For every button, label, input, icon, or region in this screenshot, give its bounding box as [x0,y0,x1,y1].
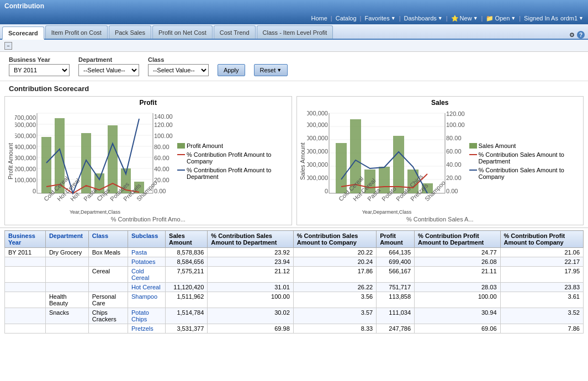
nav-new[interactable]: ⭐ New ▼ [451,15,478,22]
cell-pctSalesDept: 23.92 [208,248,293,257]
cell-class: Box Meals [88,248,128,257]
nav-favorites[interactable]: Favorites ▼ [364,15,395,22]
sales-chart-y2-label: % Contribution Sales A... [299,215,581,223]
business-year-filter: Business Year BY 2011 BY 2010 BY 2009 [9,56,70,76]
cell-pctSalesDept: 31.01 [208,283,293,292]
svg-text:600,000: 600,000 [15,121,36,128]
th-pct-sales-dept: % Contribution Sales Amount to Departmen… [208,231,293,248]
svg-text:200,000: 200,000 [15,166,36,172]
cell-pctSalesDept: 23.94 [208,257,293,267]
cell-profitAmt: 699,400 [377,257,415,267]
cell-pctSalesDept: 100.00 [208,292,293,308]
th-pct-profit-dept: % Contribution Profit Amount to Departme… [415,231,500,248]
svg-text:500,000: 500,000 [15,133,36,139]
chevron-down-icon: ▼ [391,15,396,21]
table-row: Health BeautyPersonal CareShampoo1,511,9… [5,292,584,308]
cell-year [5,292,46,308]
svg-text:40.00: 40.00 [446,161,462,168]
settings-icon[interactable]: ⚙ [569,31,575,39]
apply-button[interactable]: Apply [218,64,245,76]
sales-chart-svg: 0 2,000,000 4,000,000 6,000,000 8,000,00… [307,108,467,215]
cell-year [5,308,46,324]
svg-text:0: 0 [33,188,36,194]
svg-text:60.00: 60.00 [446,148,462,155]
cell-pctSalesCo: 26.22 [293,283,376,292]
svg-rect-30 [81,133,91,193]
svg-text:20.00: 20.00 [446,174,462,181]
cell-dept: Snacks [45,308,88,324]
th-pct-profit-co: % Contribution Profit Amount to Company [500,231,583,248]
svg-text:100.00: 100.00 [154,133,173,139]
cell-year [5,324,46,334]
cell-profitAmt: 247,786 [377,324,415,334]
svg-text:4,000,000: 4,000,000 [307,161,328,168]
svg-text:120.00: 120.00 [446,110,465,117]
nav-dashboards[interactable]: Dashboards ▼ [404,15,443,22]
tab-cost-trend[interactable]: Cost Trend [214,25,256,39]
nav-catalog[interactable]: Catalog [336,15,357,22]
cell-pctProfitCo: 7.86 [500,324,583,334]
svg-text:0: 0 [324,188,327,194]
cell-pctProfitDept: 26.08 [415,257,500,267]
cell-dept: Health Beauty [45,292,88,308]
nav-home[interactable]: Home [311,15,327,22]
department-select[interactable]: --Select Value-- [78,64,139,76]
cell-class: Chips Crackers [88,308,128,324]
help-icon[interactable]: ? [577,31,585,39]
cell-year [5,283,46,292]
reset-button[interactable]: Reset ▼ [254,64,288,76]
profit-chart-title: Profit [7,99,289,107]
th-pct-sales-co: % Contribution Sales Amount to Company [293,231,376,248]
cell-pctSalesDept: 21.12 [208,267,293,283]
cell-profitAmt: 113,858 [377,292,415,308]
cell-salesAmt: 3,531,377 [166,324,208,334]
cell-pctProfitCo: 23.83 [500,283,583,292]
class-select[interactable]: --Select Value-- [148,64,209,76]
collapse-button[interactable]: − [4,42,12,50]
cell-pctSalesCo: 17.86 [293,267,376,283]
cell-subclass: Pretzels [128,324,166,334]
cell-pctProfitDept: 21.11 [415,267,500,283]
cell-pctProfitDept: 69.06 [415,324,500,334]
tab-scorecard[interactable]: Scorecard [2,27,44,40]
profit-chart: Profit Profit Amount [4,96,292,225]
filters-area: Business Year BY 2011 BY 2010 BY 2009 De… [0,52,588,81]
cell-pctSalesCo: 3.57 [293,308,376,324]
cell-pctSalesCo: 20.24 [293,257,376,267]
table-row: Potatoes8,584,65623.9420.24699,40026.082… [5,257,584,267]
svg-text:100,000: 100,000 [15,177,36,183]
cell-year [5,257,46,267]
cell-pctSalesCo: 3.56 [293,292,376,308]
cell-pctProfitDept: 24.77 [415,248,500,257]
cell-salesAmt: 1,514,784 [166,308,208,324]
cell-subclass: Hot Cereal [128,283,166,292]
tab-pack-sales[interactable]: Pack Sales [109,25,151,39]
legend-item-sales-pct-co: % Contribution Sales Amount to Company [469,167,581,180]
chevron-down-icon: ▼ [579,15,584,21]
tab-class-item-level-profit[interactable]: Class - Item Level Profit [257,25,333,39]
cell-class [88,257,128,267]
tab-item-profit-on-cost[interactable]: Item Profit on Cost [45,25,108,39]
class-filter: Class --Select Value-- [148,56,209,76]
cell-pctSalesDept: 30.02 [208,308,293,324]
cell-pctProfitCo: 17.95 [500,267,583,283]
cell-profitAmt: 566,167 [377,267,415,283]
tab-profit-on-net-cost[interactable]: Profit on Net Cost [152,25,213,39]
table-row: Hot Cereal11,120,42031.0126.22751,71728.… [5,283,584,292]
cell-dept [45,283,88,292]
svg-text:60.00: 60.00 [154,155,169,161]
nav-open[interactable]: 📁 Open ▼ [486,15,516,22]
star-icon: ⭐ [451,15,459,22]
sales-x-label: Year,Deparment,Class [307,209,467,215]
business-year-select[interactable]: BY 2011 BY 2010 BY 2009 [9,64,70,76]
cell-dept: Dry Grocery [45,248,88,257]
cell-subclass: Potatoes [128,257,166,267]
table-row: Pretzels3,531,37769.988.33247,78669.067.… [5,324,584,334]
nav-signed-in[interactable]: Signed In As ordm1 ▼ [524,15,584,22]
cell-subclass: Cold Cereal [128,267,166,283]
chevron-down-icon: ▼ [511,15,516,21]
title-bar: Contribution [0,0,588,12]
cell-pctProfitCo: 3.61 [500,292,583,308]
class-label: Class [148,56,209,63]
svg-text:140.00: 140.00 [154,113,173,120]
